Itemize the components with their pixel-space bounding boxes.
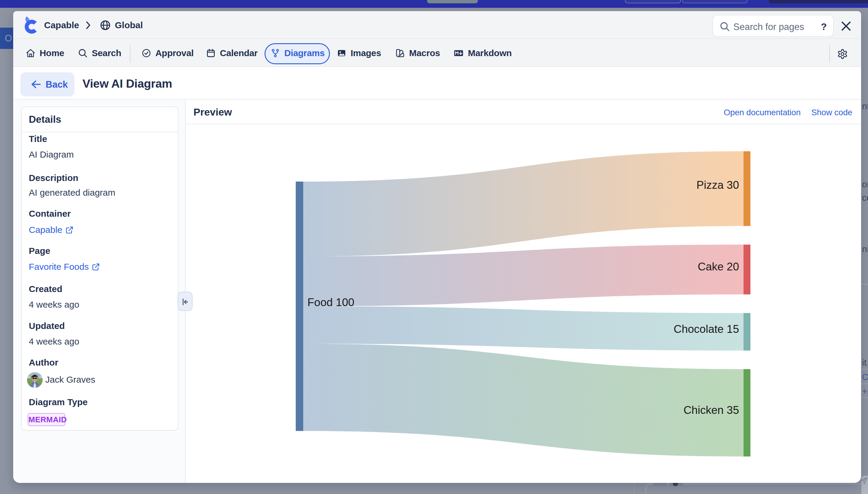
svg-text:Food 100: Food 100 — [308, 296, 354, 308]
svg-text:Chocolate 15: Chocolate 15 — [674, 323, 739, 335]
svg-text:Pizza 30: Pizza 30 — [696, 179, 739, 191]
svg-text:Chicken 35: Chicken 35 — [684, 404, 739, 416]
svg-text:Cake 20: Cake 20 — [698, 261, 739, 273]
